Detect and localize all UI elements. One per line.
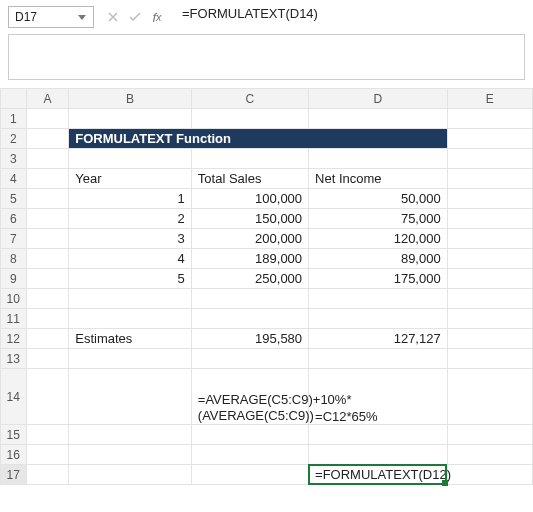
row-header[interactable]: 11 [1,309,27,329]
name-box[interactable]: D17 [8,6,94,28]
cell-year[interactable]: 1 [69,191,191,206]
cell-net[interactable]: 50,000 [309,191,447,206]
row-header[interactable]: 17 [1,465,27,485]
row-header[interactable]: 6 [1,209,27,229]
col-header-d[interactable]: D [309,89,448,109]
fx-icon[interactable]: fx [150,10,164,24]
header-net-income: Net Income [309,171,447,186]
cell-sales[interactable]: 100,000 [192,191,308,206]
header-total-sales: Total Sales [192,171,308,186]
row-header[interactable]: 5 [1,189,27,209]
cell-sales[interactable]: 189,000 [192,251,308,266]
col-header-a[interactable]: A [26,89,69,109]
row-header[interactable]: 7 [1,229,27,249]
formula-bar-value[interactable]: =FORMULATEXT(D14) [176,6,525,28]
cell-net[interactable]: 89,000 [309,251,447,266]
cell-net[interactable]: 75,000 [309,211,447,226]
spreadsheet-grid[interactable]: A B C D E 1 2 FORMULATEXT Function 3 4 Y… [0,88,533,485]
row-header[interactable]: 15 [1,425,27,445]
cell-sales[interactable]: 150,000 [192,211,308,226]
name-box-value: D17 [15,10,77,24]
col-header-e[interactable]: E [447,89,532,109]
cell-sales[interactable]: 250,000 [192,271,308,286]
row-header[interactable]: 12 [1,329,27,349]
estimates-label: Estimates [69,331,191,346]
row-header[interactable]: 10 [1,289,27,309]
row-header[interactable]: 9 [1,269,27,289]
col-header-b[interactable]: B [69,89,192,109]
cell-formula-c14[interactable]: =AVERAGE(C5:C9)+10%*(AVERAGE(C5:C9)) [192,392,308,425]
header-year: Year [69,171,191,186]
expanded-formula-bar[interactable] [8,34,525,80]
cell-year[interactable]: 5 [69,271,191,286]
cell-year[interactable]: 2 [69,211,191,226]
cell-year[interactable]: 3 [69,231,191,246]
row-header[interactable]: 1 [1,109,27,129]
row-header[interactable]: 8 [1,249,27,269]
cancel-formula-icon[interactable] [106,10,120,24]
cell-year[interactable]: 4 [69,251,191,266]
cell-d17-value[interactable]: =FORMULATEXT(D12) [309,467,447,482]
chevron-down-icon[interactable] [77,6,87,28]
row-header[interactable]: 3 [1,149,27,169]
row-header[interactable]: 13 [1,349,27,369]
cell-formula-d14[interactable]: =C12*65% [309,409,447,424]
svg-marker-0 [78,15,86,20]
row-header[interactable]: 14 [1,369,27,425]
row-header[interactable]: 2 [1,129,27,149]
row-header[interactable]: 16 [1,445,27,465]
estimates-sales[interactable]: 195,580 [192,331,308,346]
cell-net[interactable]: 175,000 [309,271,447,286]
select-all-corner[interactable] [1,89,27,109]
row-header[interactable]: 4 [1,169,27,189]
cell-sales[interactable]: 200,000 [192,231,308,246]
accept-formula-icon[interactable] [128,10,142,24]
estimates-net[interactable]: 127,127 [309,331,447,346]
cell-net[interactable]: 120,000 [309,231,447,246]
title-banner: FORMULATEXT Function [69,129,446,148]
col-header-c[interactable]: C [191,89,308,109]
